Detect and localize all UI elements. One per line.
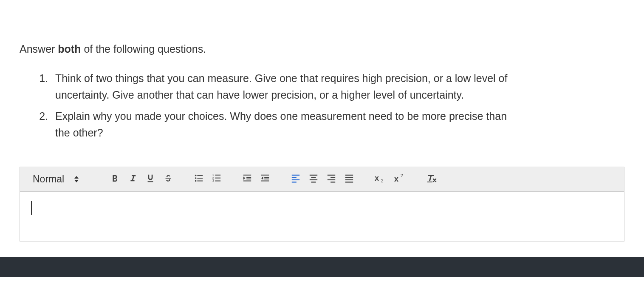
align-center-button[interactable] — [305, 170, 322, 188]
subscript-button[interactable]: x2 — [371, 170, 390, 188]
svg-rect-31 — [330, 182, 335, 183]
svg-rect-30 — [328, 179, 335, 180]
svg-rect-25 — [311, 177, 316, 178]
svg-rect-22 — [292, 179, 299, 180]
decrease-indent-button[interactable] — [256, 170, 274, 188]
question-item: Explain why you made your choices. Why d… — [51, 108, 523, 141]
svg-text:x: x — [375, 174, 379, 182]
svg-text:2: 2 — [401, 173, 403, 178]
indent-left-icon — [260, 173, 270, 185]
rich-text-editor: Normal — [20, 167, 624, 241]
clear-format-icon — [426, 173, 437, 185]
svg-rect-9 — [215, 178, 220, 179]
svg-rect-29 — [330, 177, 335, 178]
bullet-list-icon — [194, 173, 204, 185]
italic-button[interactable] — [124, 170, 141, 188]
svg-rect-23 — [292, 182, 297, 183]
align-center-icon — [308, 173, 319, 185]
bold-button[interactable] — [106, 170, 124, 188]
svg-rect-17 — [264, 177, 269, 178]
svg-rect-34 — [345, 179, 353, 180]
sort-arrows-icon — [74, 176, 79, 182]
align-justify-button[interactable] — [340, 170, 358, 188]
text-cursor — [31, 201, 32, 215]
align-right-button[interactable] — [322, 170, 340, 188]
svg-rect-35 — [345, 182, 353, 183]
svg-rect-13 — [246, 177, 251, 178]
indent-right-icon — [242, 173, 252, 185]
svg-rect-11 — [215, 181, 220, 182]
editor-toolbar: Normal — [20, 167, 624, 192]
svg-text:1: 1 — [212, 174, 214, 177]
svg-rect-7 — [215, 175, 220, 176]
svg-rect-15 — [243, 181, 251, 182]
svg-rect-1 — [197, 175, 203, 176]
superscript-icon: x2 — [393, 173, 407, 185]
svg-rect-26 — [310, 179, 317, 180]
prompt-bold: both — [58, 43, 81, 55]
format-picker-label: Normal — [33, 173, 64, 185]
svg-rect-20 — [292, 175, 299, 176]
editor-textarea[interactable] — [20, 192, 624, 241]
prompt-suffix: of the following questions. — [81, 43, 206, 55]
svg-rect-16 — [261, 175, 269, 176]
underline-icon — [146, 173, 155, 185]
svg-point-2 — [195, 177, 197, 179]
svg-rect-33 — [345, 177, 353, 178]
strikethrough-button[interactable] — [159, 170, 177, 188]
bottom-bar — [0, 257, 644, 277]
format-picker[interactable]: Normal — [26, 173, 84, 185]
svg-rect-19 — [261, 181, 269, 182]
increase-indent-button[interactable] — [238, 170, 256, 188]
svg-rect-12 — [243, 175, 251, 176]
italic-icon — [128, 173, 137, 185]
svg-rect-28 — [328, 175, 335, 176]
prompt-prefix: Answer — [20, 43, 58, 55]
align-right-icon — [326, 173, 336, 185]
unordered-list-button[interactable] — [190, 170, 208, 188]
svg-rect-40 — [427, 182, 432, 182]
question-list: Think of two things that you can measure… — [20, 70, 624, 141]
svg-rect-24 — [310, 175, 317, 176]
svg-text:2: 2 — [381, 179, 384, 183]
numbered-list-icon: 123 — [212, 173, 222, 185]
superscript-button[interactable]: x2 — [390, 170, 410, 188]
strikethrough-icon — [163, 173, 173, 185]
clear-formatting-button[interactable] — [423, 170, 441, 188]
underline-button[interactable] — [141, 170, 159, 188]
page-content: Answer both of the following questions. … — [0, 0, 644, 241]
svg-rect-27 — [311, 182, 316, 183]
svg-point-0 — [195, 175, 197, 176]
svg-text:x: x — [394, 175, 398, 183]
svg-point-4 — [195, 180, 197, 182]
svg-rect-14 — [246, 179, 251, 179]
svg-rect-21 — [292, 177, 297, 178]
svg-rect-3 — [197, 178, 203, 179]
svg-rect-5 — [197, 181, 203, 182]
svg-text:2: 2 — [212, 176, 214, 179]
subscript-icon: x2 — [374, 173, 387, 185]
bold-icon — [110, 173, 119, 185]
question-item: Think of two things that you can measure… — [51, 70, 523, 103]
align-left-icon — [291, 173, 301, 185]
svg-rect-32 — [345, 175, 353, 176]
svg-rect-18 — [264, 179, 269, 179]
ordered-list-button[interactable]: 123 — [208, 170, 226, 188]
align-left-button[interactable] — [287, 170, 305, 188]
svg-text:3: 3 — [212, 179, 214, 182]
prompt-text: Answer both of the following questions. — [20, 41, 624, 57]
align-justify-icon — [344, 173, 354, 185]
